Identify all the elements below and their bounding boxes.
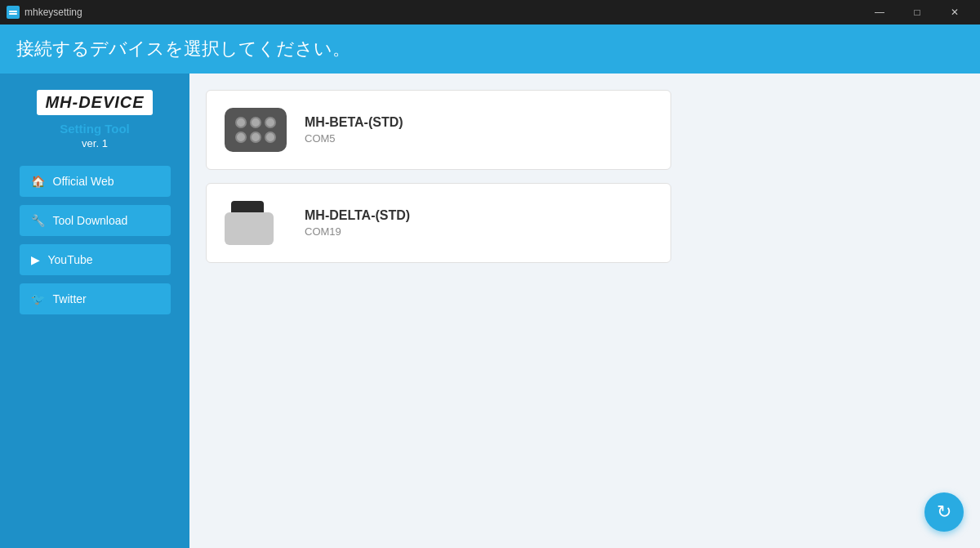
dot-5 bbox=[250, 131, 261, 143]
app-icon bbox=[7, 6, 20, 19]
official-web-button[interactable]: 🏠 Official Web bbox=[20, 166, 171, 197]
logo-text: MH-DEVICE bbox=[37, 90, 152, 115]
home-icon: 🏠 bbox=[31, 175, 45, 188]
official-web-label: Official Web bbox=[53, 175, 114, 188]
dot-4 bbox=[235, 131, 247, 143]
content-area: MH-BETA-(STD) COM5 MH-DELTA-(STD) COM19 … bbox=[189, 74, 980, 548]
logo-area: MH-DEVICE Setting Tool ver. 1 bbox=[37, 90, 152, 149]
tool-download-label: Tool Download bbox=[53, 214, 128, 227]
svg-rect-0 bbox=[9, 11, 17, 12]
device-image-delta bbox=[223, 198, 288, 247]
device-port-beta: COM5 bbox=[305, 132, 403, 145]
main-area: MH-DEVICE Setting Tool ver. 1 🏠 Official… bbox=[0, 74, 980, 548]
device-image-beta bbox=[223, 105, 288, 154]
close-button[interactable]: ✕ bbox=[936, 0, 973, 25]
device-info-delta: MH-DELTA-(STD) COM19 bbox=[305, 208, 410, 238]
twitter-button[interactable]: 🐦 Twitter bbox=[20, 283, 171, 314]
minimize-button[interactable]: — bbox=[861, 0, 898, 25]
dot-2 bbox=[250, 117, 261, 128]
twitter-label: Twitter bbox=[53, 292, 87, 305]
youtube-label: YouTube bbox=[48, 253, 93, 266]
device-info-beta: MH-BETA-(STD) COM5 bbox=[305, 115, 403, 145]
youtube-icon: ▶ bbox=[31, 253, 40, 266]
device-card-beta[interactable]: MH-BETA-(STD) COM5 bbox=[206, 90, 671, 170]
device-port-delta: COM19 bbox=[305, 225, 410, 238]
refresh-button[interactable]: ↻ bbox=[924, 492, 964, 532]
device-name-beta: MH-BETA-(STD) bbox=[305, 115, 403, 130]
dot-1 bbox=[235, 117, 247, 128]
logo-subtitle: Setting Tool bbox=[60, 122, 130, 136]
dot-6 bbox=[265, 131, 276, 143]
delta-device-visual bbox=[225, 201, 287, 245]
wrench-icon: 🔧 bbox=[31, 214, 45, 227]
device-name-delta: MH-DELTA-(STD) bbox=[305, 208, 410, 223]
twitter-icon: 🐦 bbox=[31, 292, 45, 305]
beta-device-visual bbox=[225, 108, 287, 152]
youtube-button[interactable]: ▶ YouTube bbox=[20, 244, 171, 275]
header-title: 接続するデバイスを選択してください。 bbox=[16, 37, 350, 61]
titlebar-title: mhkeysetting bbox=[24, 7, 82, 18]
delta-body bbox=[225, 212, 274, 245]
tool-download-button[interactable]: 🔧 Tool Download bbox=[20, 205, 171, 236]
refresh-icon: ↻ bbox=[937, 501, 951, 523]
device-card-delta[interactable]: MH-DELTA-(STD) COM19 bbox=[206, 183, 671, 263]
svg-rect-1 bbox=[9, 13, 17, 15]
titlebar: mhkeysetting — □ ✕ bbox=[0, 0, 980, 25]
sidebar: MH-DEVICE Setting Tool ver. 1 🏠 Official… bbox=[0, 74, 189, 548]
titlebar-left: mhkeysetting bbox=[7, 6, 82, 19]
maximize-button[interactable]: □ bbox=[898, 0, 936, 25]
logo-version: ver. 1 bbox=[82, 137, 108, 149]
header-bar: 接続するデバイスを選択してください。 bbox=[0, 25, 980, 74]
window-controls: — □ ✕ bbox=[861, 0, 973, 25]
beta-button-dots bbox=[235, 117, 276, 143]
dot-3 bbox=[265, 117, 276, 128]
